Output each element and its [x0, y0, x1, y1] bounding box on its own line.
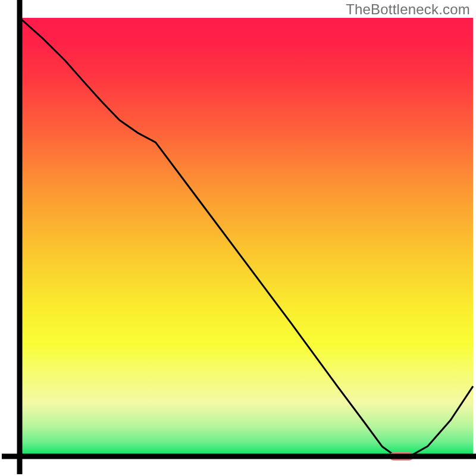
- chart-container: TheBottleneck.com: [0, 0, 476, 476]
- gradient-background: [20, 18, 473, 456]
- bottleneck-chart: [0, 0, 476, 476]
- watermark-text: TheBottleneck.com: [346, 1, 470, 18]
